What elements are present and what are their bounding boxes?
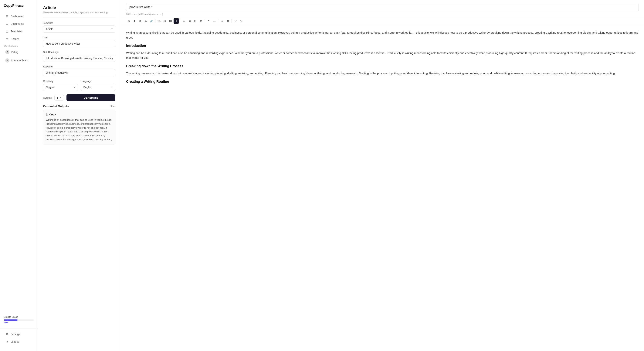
history-icon: ◷ xyxy=(5,37,9,40)
paragraph-button[interactable]: ¶ xyxy=(174,18,179,24)
editor-section-heading-2: Breaking down the Writing Process xyxy=(126,63,639,69)
editor-toolbar: B I S <> 🔗 H1 H2 H3 ¶ ≡ ≣ ☑ ⊞ ❝ — ≡ ✕ ↩ … xyxy=(121,17,644,25)
ordered-list-button[interactable]: ≣ xyxy=(187,18,192,24)
creativity-select-wrapper: Original Creative Formal ▼ xyxy=(43,84,78,91)
divider xyxy=(43,18,116,18)
template-group: Template Article Blog Post Essay ▼ xyxy=(43,22,116,33)
sidebar-item-dashboard[interactable]: ⊞ Dashboard xyxy=(2,13,36,20)
sub-headings-label: Sub Headings xyxy=(43,51,116,54)
output-text: Writing is an essential skill that can b… xyxy=(46,118,112,142)
credits-percent: 46% xyxy=(4,321,34,324)
copy-icon: ⎘ xyxy=(46,113,48,116)
code-inline-button[interactable]: <> xyxy=(143,18,148,24)
h2-button[interactable]: H2 xyxy=(162,18,168,24)
undo-button[interactable]: ↩ xyxy=(233,18,238,24)
keyword-label: Keyword xyxy=(43,65,116,68)
sidebar-billing-label: Billing xyxy=(11,51,18,54)
editor-intro-paragraph: Writing is an essential skill that can b… xyxy=(126,30,639,40)
sidebar-manage-team-label: Manage Team xyxy=(11,59,28,62)
outputs-select[interactable]: 1 2 3 xyxy=(54,95,64,101)
sidebar-item-documents[interactable]: ☰ Documents xyxy=(2,20,36,28)
sidebar-item-logout[interactable]: ↪ Logout xyxy=(2,338,36,345)
template-label: Template xyxy=(43,22,116,24)
editor-section-heading-1: Introduction xyxy=(126,43,639,49)
editor-top xyxy=(121,0,644,11)
templates-icon: ◫ xyxy=(5,30,9,33)
article-form-panel: Article Generate articles based on title… xyxy=(38,0,121,351)
sub-headings-input[interactable] xyxy=(43,54,116,62)
copy-label: Copy xyxy=(49,113,56,116)
outputs-select-wrapper: 1 2 3 ▼ xyxy=(54,95,64,101)
clear-format-button[interactable]: ✕ xyxy=(225,18,230,24)
align-button[interactable]: ≡ xyxy=(220,18,225,24)
strikethrough-button[interactable]: S xyxy=(138,18,143,24)
template-select-wrapper: Article Blog Post Essay ▼ xyxy=(43,26,116,33)
settings-label: Settings xyxy=(10,333,20,336)
editor-section-text-2: The writing process can be broken down i… xyxy=(126,71,639,76)
editor-content[interactable]: Writing is an essential skill that can b… xyxy=(121,25,644,351)
creativity-select[interactable]: Original Creative Formal xyxy=(43,84,78,91)
main-content: Article Generate articles based on title… xyxy=(38,0,644,351)
editor-meta: 2819 chars | 439 words (auto saved) xyxy=(121,11,644,17)
italic-button[interactable]: I xyxy=(132,18,137,24)
title-group: Title xyxy=(43,36,116,47)
creativity-label: Creativity xyxy=(43,80,78,82)
toolbar-sep-1 xyxy=(155,19,156,23)
language-label: Language xyxy=(81,80,116,82)
hr-button[interactable]: — xyxy=(212,18,217,24)
documents-icon: ☰ xyxy=(5,22,9,26)
generate-button[interactable]: GENERATE xyxy=(66,94,116,101)
sidebar-nav: ⊞ Dashboard ☰ Documents ◫ Templates ◷ Hi… xyxy=(0,12,38,313)
keyword-group: Keyword xyxy=(43,65,116,76)
dashboard-icon: ⊞ xyxy=(5,14,9,18)
generated-outputs-title: Generated Outputs xyxy=(43,104,69,108)
credits-section: Credits Usage 46% xyxy=(0,313,38,327)
workspace-label: Workspace xyxy=(0,43,38,48)
output-card: ⎘ Copy Writing is an essential skill tha… xyxy=(43,110,116,144)
redo-button[interactable]: ↪ xyxy=(238,18,244,24)
panel-subtitle: Generate articles based on title, keywor… xyxy=(43,11,116,14)
sidebar-item-history[interactable]: ◷ History xyxy=(2,35,36,42)
sidebar-item-manage-team[interactable]: T Manage Team xyxy=(2,56,36,64)
bold-button[interactable]: B xyxy=(126,18,132,24)
sidebar: CopyPhrase ⊞ Dashboard ☰ Documents ◫ Tem… xyxy=(0,0,38,351)
team-avatar: T xyxy=(5,58,10,62)
toolbar-sep-3 xyxy=(205,19,205,23)
sidebar-item-label: History xyxy=(10,38,19,40)
outputs-row: Outputs 1 2 3 ▼ GENERATE xyxy=(43,94,116,101)
sidebar-item-label: Documents xyxy=(10,22,24,25)
toolbar-sep-2 xyxy=(180,19,180,23)
document-title-input[interactable] xyxy=(126,3,639,11)
output-card-header: ⎘ Copy xyxy=(46,113,112,116)
credits-label: Credits Usage xyxy=(4,316,34,318)
sidebar-item-settings[interactable]: ⚙ Settings xyxy=(2,330,36,338)
template-select[interactable]: Article Blog Post Essay xyxy=(43,26,116,33)
app-logo: CopyPhrase xyxy=(0,4,38,12)
logout-icon: ↪ xyxy=(5,340,9,344)
language-group: Language English Spanish French German ▼ xyxy=(81,80,116,91)
language-select[interactable]: English Spanish French German xyxy=(81,84,116,91)
sidebar-item-templates[interactable]: ◫ Templates xyxy=(2,28,36,35)
clear-button[interactable]: Clear xyxy=(110,105,116,108)
bullet-list-button[interactable]: ≡ xyxy=(181,18,186,24)
credits-bar-fill xyxy=(4,320,18,320)
sidebar-item-label: Templates xyxy=(10,30,23,33)
creativity-language-row: Creativity Original Creative Formal ▼ La… xyxy=(43,80,116,94)
title-label: Title xyxy=(43,36,116,39)
panel-title: Article xyxy=(43,5,116,10)
editor-section-heading-3: Creating a Writing Routine xyxy=(126,79,639,85)
sub-headings-group: Sub Headings xyxy=(43,51,116,62)
title-input[interactable] xyxy=(43,40,116,47)
editor-section-text-1: Writing can be a daunting task, but it c… xyxy=(126,51,639,60)
keyword-input[interactable] xyxy=(43,69,116,76)
billing-avatar: B xyxy=(5,50,10,54)
credits-bar-background xyxy=(4,320,34,320)
sidebar-item-billing[interactable]: B Billing xyxy=(2,48,36,56)
h3-button[interactable]: H3 xyxy=(168,18,173,24)
creativity-group: Creativity Original Creative Formal ▼ xyxy=(43,80,78,91)
task-list-button[interactable]: ☑ xyxy=(193,18,198,24)
h1-button[interactable]: H1 xyxy=(156,18,162,24)
image-button[interactable]: ⊞ xyxy=(198,18,204,24)
link-button[interactable]: 🔗 xyxy=(149,18,154,24)
blockquote-button[interactable]: ❝ xyxy=(206,18,211,24)
